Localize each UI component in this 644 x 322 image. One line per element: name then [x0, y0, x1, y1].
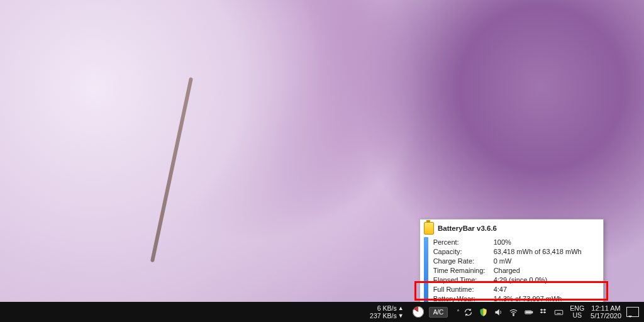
language-indicator[interactable]: ENG US — [570, 305, 584, 319]
stat-value: 100% — [494, 237, 599, 247]
svg-rect-2 — [532, 311, 533, 313]
stat-value: 0 mW — [494, 256, 599, 265]
security-shield-icon[interactable] — [479, 308, 488, 317]
svg-point-0 — [513, 314, 514, 316]
svg-rect-3 — [526, 311, 531, 313]
keyboard-icon[interactable] — [554, 308, 564, 317]
stat-value: 4:29 (since 0.0%) — [494, 275, 599, 284]
batterybar-tooltip: BatteryBar v3.6.6 Percent:100% Capacity:… — [419, 219, 604, 308]
svg-rect-4 — [555, 310, 564, 314]
clock-time: 12:11 AM — [591, 304, 620, 312]
disk-usage-pie-icon[interactable] — [413, 306, 424, 318]
stat-value: 4:47 — [494, 284, 599, 294]
battery-icon — [424, 222, 434, 235]
stat-value: 63,418 mWh of 63,418 mWh — [494, 247, 599, 256]
table-row: Percent:100% — [433, 237, 599, 247]
stat-label: Percent: — [433, 237, 494, 247]
battery-stats-table: Percent:100% Capacity:63,418 mWh of 63,4… — [433, 237, 599, 303]
network-meter[interactable]: 6 KB/s▲ 237 KB/s▼ — [370, 304, 404, 319]
net-up-value: 6 KB/s — [377, 304, 397, 312]
stat-label: Charge Rate: — [433, 256, 494, 265]
system-tray — [464, 308, 564, 317]
lang-region: US — [572, 312, 582, 319]
action-center-icon[interactable] — [626, 307, 639, 317]
charge-bar — [424, 237, 428, 303]
table-row: Charge Rate:0 mW — [433, 256, 599, 265]
tooltip-title: BatteryBar v3.6.6 — [438, 225, 497, 232]
clock-date: 5/17/2020 — [591, 312, 621, 319]
battery-tray-icon[interactable] — [524, 308, 533, 317]
sync-icon[interactable] — [464, 308, 473, 317]
net-down-value: 237 KB/s — [370, 312, 397, 319]
taskbar[interactable]: 6 KB/s▲ 237 KB/s▼ A/C ˄ ENG US 12:11 AM … — [0, 302, 644, 322]
table-row: Time Remaining:Charged — [433, 265, 599, 275]
table-row: Elapsed Time:4:29 (since 0.0%) — [433, 275, 599, 284]
stat-value: Charged — [494, 265, 599, 275]
volume-icon[interactable] — [494, 308, 503, 317]
stat-label: Time Remaining: — [433, 265, 494, 275]
tray-overflow-chevron-icon[interactable]: ˄ — [457, 309, 460, 316]
table-row: Full Runtime:4:47 — [433, 284, 599, 294]
table-row: Capacity:63,418 mWh of 63,418 mWh — [433, 247, 599, 256]
stat-label: Full Runtime: — [433, 284, 494, 294]
batterybar-ac-indicator[interactable]: A/C — [429, 307, 448, 318]
stat-label: Elapsed Time: — [433, 275, 494, 284]
taskbar-clock[interactable]: 12:11 AM 5/17/2020 — [591, 304, 621, 319]
stat-label: Capacity: — [433, 247, 494, 256]
arrow-down-icon: ▼ — [398, 312, 404, 319]
dropbox-icon[interactable] — [539, 308, 548, 317]
arrow-up-icon: ▲ — [398, 304, 404, 312]
wifi-icon[interactable] — [509, 308, 518, 317]
